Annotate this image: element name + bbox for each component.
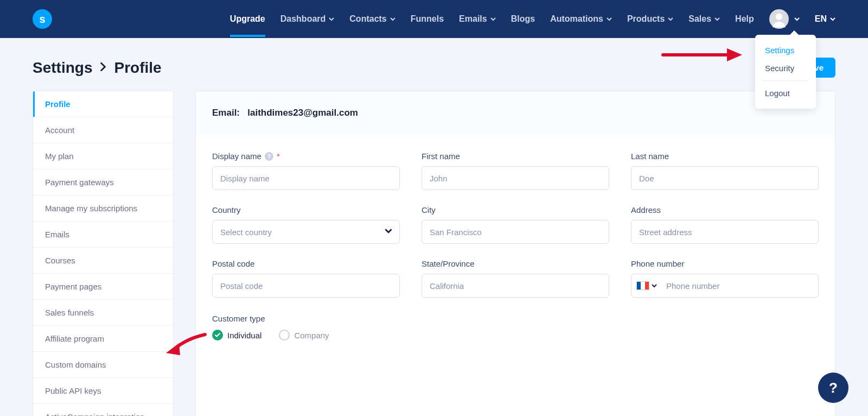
display-name-input[interactable] — [212, 166, 400, 190]
dropdown-item-settings[interactable]: Settings — [755, 41, 816, 59]
help-fab[interactable]: ? — [818, 373, 848, 403]
main-nav: Upgrade Dashboard Contacts Funnels Email… — [230, 0, 835, 42]
page-header: Settings Profile Save — [0, 38, 868, 91]
radio-label: Individual — [227, 331, 261, 340]
app-logo-letter: s — [39, 13, 45, 26]
nav-upgrade[interactable]: Upgrade — [230, 1, 265, 37]
email-label: Email: — [212, 108, 240, 118]
field-country: Country — [212, 205, 400, 244]
top-nav: s Upgrade Dashboard Contacts Funnels Ema… — [0, 0, 868, 38]
sidebar-item-activecampaign[interactable]: ActiveCampaign integration — [33, 404, 173, 416]
radio-company[interactable]: Company — [279, 330, 329, 341]
chevron-down-icon — [794, 16, 800, 22]
profile-email-row: Email: laithdimes23@gmail.com — [196, 91, 835, 135]
field-postal: Postal code — [212, 259, 400, 298]
chevron-down-icon — [490, 16, 496, 22]
sidebar-item-account[interactable]: Account — [33, 117, 173, 143]
svg-point-1 — [776, 14, 782, 20]
sidebar-item-payment-pages[interactable]: Payment pages — [33, 274, 173, 300]
help-fab-text: ? — [829, 380, 838, 396]
label-text: Display name — [212, 152, 261, 161]
email-value: laithdimes23@gmail.com — [247, 108, 358, 118]
field-customer-type: Customer type Individual Company — [196, 298, 835, 341]
sidebar-item-custom-domains[interactable]: Custom domains — [33, 352, 173, 378]
phone-label: Phone number — [631, 259, 819, 268]
radio-checked-icon — [212, 330, 223, 341]
last-name-label: Last name — [631, 152, 819, 161]
main-layout: Profile Account My plan Payment gateways… — [0, 91, 868, 416]
nav-products[interactable]: Products — [627, 1, 673, 37]
nav-label: Automations — [550, 14, 603, 24]
nav-label: Emails — [459, 14, 487, 24]
state-label: State/Province — [422, 259, 609, 268]
nav-label: Products — [627, 14, 665, 24]
nav-label: Funnels — [411, 14, 444, 24]
nav-blogs[interactable]: Blogs — [511, 1, 535, 37]
nav-label: Blogs — [511, 14, 535, 24]
customer-type-options: Individual Company — [212, 330, 819, 341]
city-input[interactable] — [422, 220, 609, 244]
radio-individual[interactable]: Individual — [212, 330, 261, 341]
country-select[interactable] — [212, 220, 400, 244]
phone-country-select[interactable] — [636, 281, 657, 290]
profile-form: Display name ? * First name Last name Co… — [196, 135, 835, 298]
nav-label: Upgrade — [230, 14, 265, 24]
avatar-dropdown: Settings Security Logout — [755, 35, 816, 109]
field-address: Address — [631, 205, 819, 244]
sidebar-item-sales-funnels[interactable]: Sales funnels — [33, 300, 173, 326]
chevron-down-icon — [607, 16, 612, 22]
nav-help[interactable]: Help — [735, 1, 754, 37]
field-phone: Phone number — [631, 259, 819, 298]
chevron-right-icon — [100, 61, 106, 74]
sidebar-item-emails[interactable]: Emails — [33, 222, 173, 248]
postal-input[interactable] — [212, 274, 400, 298]
address-label: Address — [631, 205, 819, 215]
sidebar-item-profile[interactable]: Profile — [33, 91, 173, 117]
breadcrumb-page: Profile — [114, 59, 161, 77]
nav-contacts[interactable]: Contacts — [349, 1, 395, 37]
nav-sales[interactable]: Sales — [688, 1, 720, 37]
chevron-down-icon — [390, 16, 395, 22]
nav-automations[interactable]: Automations — [550, 1, 612, 37]
settings-sidebar: Profile Account My plan Payment gateways… — [33, 91, 174, 416]
dropdown-item-security[interactable]: Security — [755, 59, 816, 77]
chevron-down-icon — [668, 16, 673, 22]
sidebar-item-affiliate-program[interactable]: Affiliate program — [33, 326, 173, 352]
field-state: State/Province — [422, 259, 609, 298]
postal-label: Postal code — [212, 259, 400, 268]
phone-input[interactable] — [631, 274, 819, 298]
avatar-icon — [769, 9, 789, 29]
field-first-name: First name — [422, 152, 609, 190]
nav-label: EN — [815, 14, 827, 24]
required-indicator: * — [277, 152, 280, 161]
state-input[interactable] — [422, 274, 609, 298]
first-name-label: First name — [422, 152, 609, 161]
sidebar-item-my-plan[interactable]: My plan — [33, 143, 173, 169]
nav-label: Help — [735, 14, 754, 24]
sidebar-item-manage-subscriptions[interactable]: Manage my subscriptions — [33, 196, 173, 222]
sidebar-item-courses[interactable]: Courses — [33, 248, 173, 274]
nav-dashboard[interactable]: Dashboard — [280, 1, 335, 37]
nav-emails[interactable]: Emails — [459, 1, 496, 37]
field-last-name: Last name — [631, 152, 819, 190]
nav-label: Contacts — [349, 14, 386, 24]
radio-unchecked-icon — [279, 330, 290, 341]
city-label: City — [422, 205, 609, 215]
last-name-input[interactable] — [631, 166, 819, 190]
chevron-down-icon — [652, 283, 657, 288]
nav-language[interactable]: EN — [815, 1, 835, 37]
help-icon[interactable]: ? — [265, 152, 273, 161]
sidebar-item-payment-gateways[interactable]: Payment gateways — [33, 169, 173, 196]
sidebar-item-public-api-keys[interactable]: Public API keys — [33, 378, 173, 404]
dropdown-item-logout[interactable]: Logout — [755, 84, 816, 102]
chevron-down-icon — [714, 16, 720, 22]
address-input[interactable] — [631, 220, 819, 244]
nav-label: Dashboard — [280, 14, 326, 24]
breadcrumb: Settings Profile — [33, 59, 162, 77]
country-label: Country — [212, 205, 400, 215]
nav-funnels[interactable]: Funnels — [411, 1, 444, 37]
field-city: City — [422, 205, 609, 244]
first-name-input[interactable] — [422, 166, 609, 190]
app-logo[interactable]: s — [33, 9, 52, 29]
breadcrumb-root[interactable]: Settings — [33, 59, 92, 77]
